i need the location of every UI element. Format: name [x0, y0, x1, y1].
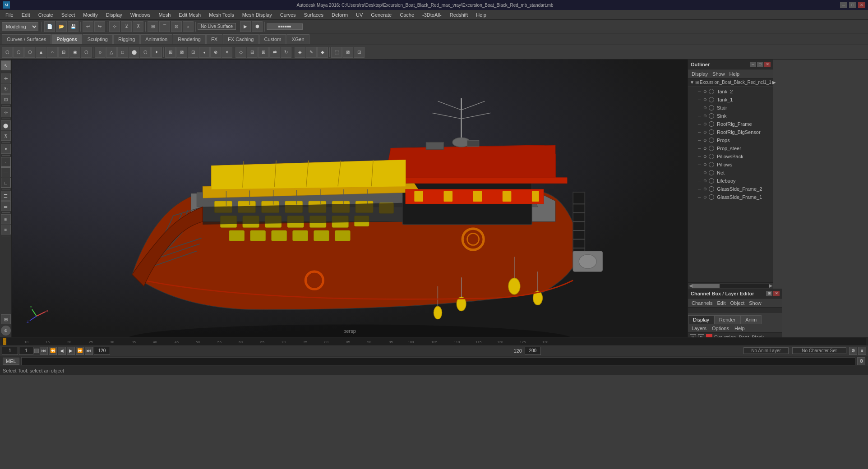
layer-item[interactable]: V P Excursion_Boat_Black_ [688, 333, 782, 337]
menubar-item-mesh[interactable]: Mesh [155, 11, 174, 18]
menubar-item-edit[interactable]: Edit [18, 11, 34, 18]
no-anim-layer-display[interactable]: No Anim Layer [743, 347, 789, 354]
scroll-left-arrow[interactable]: ◀ [689, 283, 693, 289]
menubar-item-generate[interactable]: Generate [367, 11, 395, 18]
sculpt-icon[interactable]: ⊼ [1, 131, 11, 141]
show-manip-icon[interactable]: ✦ [1, 144, 11, 154]
play-end-input[interactable] [525, 347, 541, 355]
menubar-item-windows[interactable]: Windows [127, 11, 154, 18]
current-frame-input[interactable] [19, 347, 33, 355]
menubar-item-redshift[interactable]: Redshift [446, 11, 471, 18]
soft-mod-icon[interactable]: ⬤ [1, 120, 11, 130]
menubar-item-surfaces[interactable]: Surfaces [300, 11, 327, 18]
tree-item-props[interactable]: ─ ⊙ Props [689, 136, 772, 144]
extrude-icon[interactable]: ⊞ [165, 47, 176, 58]
insert-edge-loop-icon[interactable]: ⊟ [247, 47, 258, 58]
vertex-mode-icon[interactable]: · [1, 157, 11, 167]
vertex-color-icon[interactable]: ◈ [295, 47, 305, 58]
undo-button[interactable]: ↩ [83, 21, 93, 32]
go-to-start-button[interactable]: ⏮ [40, 347, 48, 355]
spin-edge-icon[interactable]: ↻ [281, 47, 291, 58]
save-scene-button[interactable]: 💾 [68, 21, 78, 32]
menubar-item-select[interactable]: Select [58, 11, 79, 18]
triangulate-icon[interactable]: △ [106, 47, 117, 58]
mel-label[interactable]: MEL [3, 358, 19, 365]
menubar-item-mesh-tools[interactable]: Mesh Tools [205, 11, 237, 18]
menubar-item-file[interactable]: File [2, 11, 17, 18]
channel-box-icon[interactable]: ≡ [1, 214, 11, 224]
viewport[interactable]: persp X Y Z [12, 60, 688, 337]
select-arrow-icon[interactable]: ↖ [1, 60, 11, 70]
render-tab[interactable]: Render [714, 315, 740, 324]
mel-input[interactable] [21, 357, 855, 365]
assign-vertex-icon[interactable]: ◆ [317, 47, 328, 58]
move-tool-icon[interactable]: ✛ [1, 74, 11, 83]
close-button[interactable]: ✕ [858, 2, 865, 8]
tree-item-pillows[interactable]: ─ ⊙ Pillows [689, 161, 772, 169]
paint-vertex-icon[interactable]: ✎ [306, 47, 317, 58]
menubar-item-modify[interactable]: Modify [79, 11, 101, 18]
plane-icon[interactable]: ⊟ [58, 47, 69, 58]
new-scene-button[interactable]: 📄 [44, 21, 55, 32]
tree-item-pillowsback[interactable]: ─ ⊙ PillowsBack [689, 152, 772, 161]
tree-item-prop-steer[interactable]: ─ ⊙ Prop_steer [689, 144, 772, 152]
edit-menu[interactable]: Edit [715, 300, 727, 306]
menubar-item-curves[interactable]: Curves [277, 11, 300, 18]
tab-curves-surfaces[interactable]: Curves / Surfaces [2, 34, 51, 44]
tree-item-sink[interactable]: ─ ⊙ Sink [689, 112, 772, 120]
tab-rigging[interactable]: Rigging [113, 34, 140, 44]
playback-extra-button[interactable]: ≡ [858, 347, 866, 355]
offset-edge-icon[interactable]: ⊞ [258, 47, 269, 58]
tree-item-stair[interactable]: ─ ⊙ Stair [689, 104, 772, 112]
tab-rendering[interactable]: Rendering [173, 34, 206, 44]
layer-playback-button[interactable]: P [698, 334, 704, 338]
snap-to-curve-button[interactable]: ⌒ [159, 21, 170, 32]
uv-tools-icon[interactable]: ⊠ [342, 47, 353, 58]
tree-item-tank2[interactable]: ─ ⊙ Tank_2 [689, 87, 772, 96]
tree-item-tank1[interactable]: ─ ⊙ Tank_1 [689, 96, 772, 104]
channels-menu[interactable]: Channels [690, 300, 714, 306]
menubar-item-edit-mesh[interactable]: Edit Mesh [175, 11, 204, 18]
connect-icon[interactable]: ⊗ [210, 47, 221, 58]
snap-to-surface-button[interactable]: ⬦ [183, 21, 194, 32]
uv-editor-icon[interactable]: ⬚ [331, 47, 342, 58]
poke-icon[interactable]: ✦ [222, 47, 232, 58]
render-layer-icon[interactable]: ☰ [1, 201, 11, 211]
no-char-set-display[interactable]: No Character Set [792, 347, 846, 354]
outliner-show-menu[interactable]: Show [711, 71, 727, 77]
object-menu[interactable]: Object [728, 300, 746, 306]
mel-execute-button[interactable]: ⚙ [857, 357, 865, 365]
range-end-input[interactable] [94, 347, 110, 355]
scale-tool-icon[interactable]: ⊡ [1, 94, 11, 104]
torus-icon[interactable]: ○ [47, 47, 58, 58]
outliner-scroll-track[interactable] [693, 284, 769, 288]
display-layer-icon[interactable]: ☰ [1, 191, 11, 201]
flip-edge-icon[interactable]: ⇄ [269, 47, 280, 58]
outliner-help-menu[interactable]: Help [728, 71, 742, 77]
menubar-item-3dtall[interactable]: -3DtoAll- [419, 11, 445, 18]
play-back-button[interactable]: ◀ [58, 347, 66, 355]
layer-visibility-button[interactable]: V [690, 334, 696, 338]
tab-custom[interactable]: Custom [259, 34, 286, 44]
quadrangulate-icon[interactable]: □ [117, 47, 128, 58]
menubar-item-display[interactable]: Display [102, 11, 126, 18]
open-scene-button[interactable]: 📂 [56, 21, 67, 32]
redo-button[interactable]: ↪ [94, 21, 105, 32]
timeline-ruler[interactable]: 5 10 15 20 25 30 35 40 45 50 55 60 65 70 [0, 338, 868, 345]
outliner-scroll-thumb[interactable] [693, 284, 720, 288]
render-button[interactable]: ▶ [240, 21, 251, 32]
menubar-item-cache[interactable]: Cache [396, 11, 418, 18]
outliner-restore-button[interactable]: □ [757, 62, 763, 67]
menubar-item-uv[interactable]: UV [352, 11, 366, 18]
layers-menu[interactable]: Layers [690, 325, 708, 331]
playback-options-button[interactable]: ⚙ [849, 347, 857, 355]
smooth-icon[interactable]: ⌾ [95, 47, 106, 58]
bridge-icon[interactable]: ⊠ [176, 47, 187, 58]
display-tab[interactable]: Display [688, 315, 714, 324]
module-selector[interactable]: Modeling Rigging Animation Rendering FX [2, 22, 38, 31]
tree-item-glassside-frame2[interactable]: ─ ⊙ GlassSide_Frame_2 [689, 185, 772, 193]
channel-box-close-button[interactable]: ✕ [773, 291, 780, 296]
uv-set-icon[interactable]: ⊡ [354, 47, 365, 58]
tree-item-net[interactable]: ─ ⊙ Net [689, 169, 772, 177]
tree-item-lifebuoy[interactable]: ─ ⊙ Lifebuoy [689, 177, 772, 185]
